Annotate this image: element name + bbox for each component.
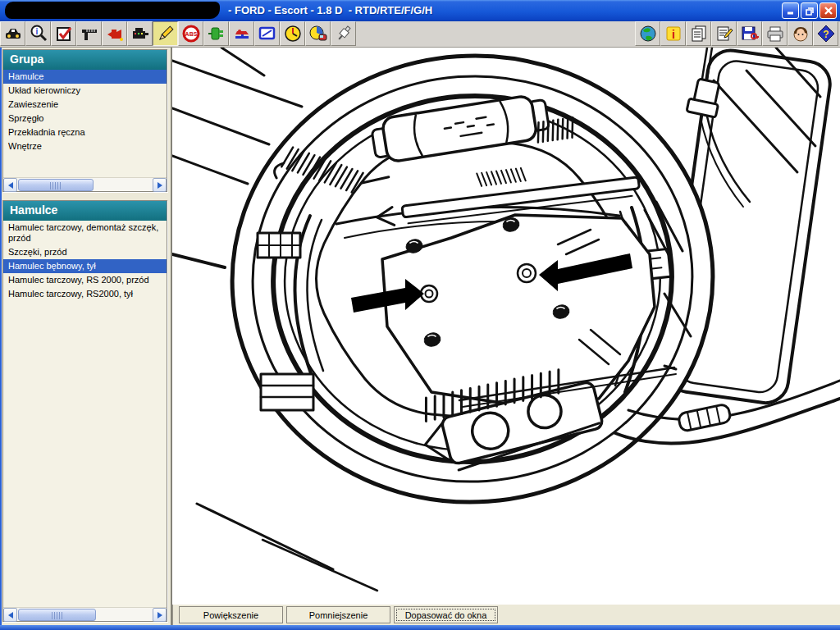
search-info-icon: i (29, 24, 48, 43)
checklist-button[interactable] (51, 21, 76, 46)
print-icon (765, 24, 785, 43)
group-item-sprzeglo[interactable]: Sprzęgło (3, 112, 167, 126)
group-item-uklad-kierowniczy[interactable]: Układ kierowniczy (3, 84, 167, 98)
abs-button[interactable]: ABS (178, 21, 203, 46)
zoom-in-button[interactable]: Powiększenie (179, 606, 283, 623)
thumb-grip (50, 182, 62, 189)
window-bottom-border (0, 625, 840, 630)
topic-panel: Hamulce Hamulec tarczowy, demontaż szczę… (2, 200, 167, 622)
screen-icon (258, 24, 277, 43)
window-controls (782, 2, 837, 19)
svg-text:i: i (35, 27, 38, 36)
edit-document-icon (714, 24, 734, 43)
globe-icon (638, 24, 658, 43)
save-button[interactable] (737, 21, 762, 46)
group-panel-hscrollbar[interactable] (3, 177, 167, 191)
fit-to-window-button[interactable]: Dopasować do okna (394, 606, 498, 623)
print-button[interactable] (762, 21, 788, 46)
window-title: - FORD - Escort - 1.8 D - RTD/RTE/F/G/H (228, 4, 432, 16)
topic-item-rs2000-tyl[interactable]: Hamulec tarczowy, RS2000, tył (3, 287, 167, 301)
scroll-right-button[interactable] (153, 178, 167, 192)
oil-can-icon (105, 24, 125, 43)
topic-item-szczeki-przod[interactable]: Szczęki, przód (3, 245, 167, 259)
topic-panel-header: Hamulce (3, 201, 167, 221)
save-icon (740, 24, 760, 43)
help-icon: ? (816, 24, 836, 43)
documents-icon (689, 24, 709, 43)
group-panel-header: Grupa (3, 50, 167, 70)
right-arrow-icon (158, 182, 166, 189)
contact-icon (791, 24, 810, 43)
checklist-icon (54, 24, 74, 43)
caliper-button[interactable] (76, 21, 102, 46)
svg-text:?: ? (823, 29, 829, 40)
vehicle-icon-button[interactable] (0, 21, 25, 46)
search-info-button[interactable]: i (25, 21, 51, 46)
toolbar-right-group: i ? (635, 21, 838, 46)
group-item-wnetrze[interactable]: Wnętrze (3, 139, 167, 153)
svg-text:i: i (672, 28, 675, 41)
timing-icon (308, 24, 328, 43)
spark-plug-icon (334, 24, 354, 43)
hoist-icon (232, 24, 252, 43)
documents-button[interactable] (686, 21, 711, 46)
topic-item-rs2000-przod[interactable]: Hamulec tarczowy, RS 2000, przód (3, 273, 167, 287)
vehicle-icon (3, 24, 23, 43)
oil-can-button[interactable] (102, 21, 127, 46)
scroll-thumb[interactable] (18, 179, 94, 191)
topic-item-tarczowy-demontaz[interactable]: Hamulec tarczowy, demontaż szczęk, przód (3, 221, 167, 245)
abs-icon: ABS (181, 24, 201, 43)
help-button[interactable]: ? (813, 21, 838, 46)
clock-button[interactable] (280, 21, 305, 46)
left-arrow-icon (5, 182, 13, 189)
edit-document-button[interactable] (711, 21, 737, 46)
left-arrow-icon (5, 612, 13, 619)
info-icon: i (664, 24, 683, 43)
topic-item-bebnowy-tyl[interactable]: Hamulec bębnowy, tył (3, 259, 167, 273)
clock-icon (283, 24, 303, 43)
minimize-button[interactable] (782, 2, 799, 19)
group-item-hamulce[interactable]: Hamulce (3, 70, 167, 84)
thumb-grip (52, 612, 63, 619)
connector-icon (207, 24, 226, 43)
scroll-thumb[interactable] (18, 609, 96, 621)
right-arrow-icon (158, 612, 166, 619)
caliper-icon (80, 24, 99, 43)
redacted-app-name (5, 2, 220, 19)
scroll-left-button[interactable] (3, 178, 17, 192)
drawing-viewport (172, 48, 840, 604)
contact-button[interactable] (788, 21, 813, 46)
scroll-right-button[interactable] (153, 608, 167, 622)
engine-button[interactable] (127, 21, 153, 46)
brake-diagram-illustration (172, 48, 840, 604)
timing-button[interactable] (305, 21, 331, 46)
title-bar: - FORD - Escort - 1.8 D - RTD/RTE/F/G/H (0, 0, 840, 21)
restore-button[interactable] (801, 2, 818, 19)
pencil-button[interactable] (153, 21, 178, 46)
group-item-przekladnia-reczna[interactable]: Przekładnia ręczna (3, 126, 167, 139)
info-button[interactable]: i (660, 21, 686, 46)
svg-text:ABS: ABS (185, 31, 197, 37)
scroll-left-button[interactable] (3, 608, 17, 622)
close-button[interactable] (819, 2, 837, 19)
connector-button[interactable] (203, 21, 229, 46)
globe-button[interactable] (635, 21, 660, 46)
group-panel: Grupa Hamulce Układ kierowniczy Zawiesze… (2, 49, 167, 192)
screen-button[interactable] (254, 21, 280, 46)
spark-plug-button[interactable] (331, 21, 356, 46)
topic-panel-hscrollbar[interactable] (3, 607, 167, 621)
group-item-zawieszenie[interactable]: Zawieszenie (3, 98, 167, 112)
hoist-button[interactable] (229, 21, 254, 46)
engine-icon (130, 24, 150, 43)
zoom-out-button[interactable]: Pomniejszenie (286, 606, 390, 623)
pencil-icon (156, 24, 176, 43)
zoom-toolbar: Powiększenie Pomniejszenie Dopasować do … (172, 604, 840, 625)
